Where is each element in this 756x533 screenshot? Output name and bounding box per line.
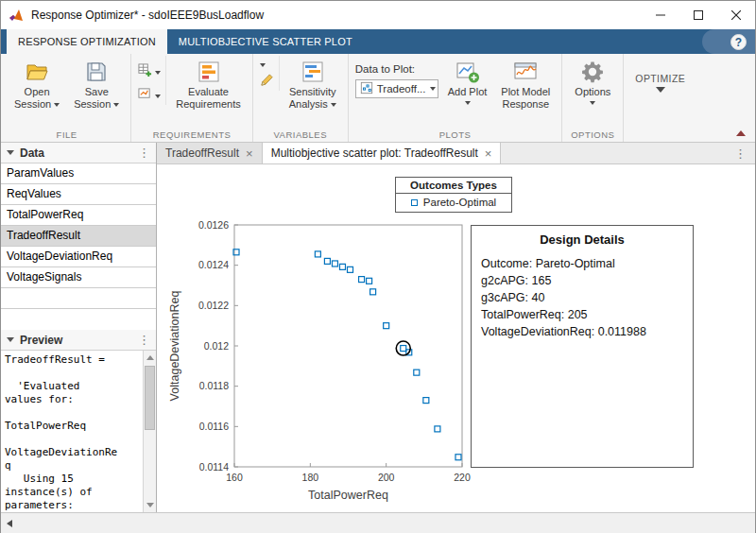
- collapse-triangle-icon[interactable]: [7, 150, 14, 155]
- chevron-down-icon: [155, 95, 161, 98]
- mini-plot-icon: [360, 81, 373, 96]
- ribbon-section-optimize: OPTIMIZE: [624, 54, 696, 142]
- section-label-requirements: REQUIREMENTS: [138, 128, 245, 142]
- design-detail-line: Outcome: Pareto-Optimal: [481, 255, 683, 272]
- data-list-item[interactable]: VoltageSignals: [1, 267, 156, 288]
- tab-bar-menu-icon[interactable]: ⋮: [734, 143, 755, 163]
- ribbon-section-file: OpenSession SaveSession FILE: [3, 54, 131, 142]
- variables-mini-buttons: [260, 56, 280, 91]
- section-label-plots: PLOTS: [355, 128, 556, 142]
- data-list-item[interactable]: ParamValues: [1, 163, 156, 184]
- variables-gallery-button[interactable]: [260, 63, 274, 67]
- table-add-icon: [138, 63, 152, 81]
- plot-model-response-icon: [513, 60, 538, 84]
- data-list-item[interactable]: VoltageDeviationReq: [1, 247, 156, 267]
- doc-tab-label: TradeoffResult: [165, 146, 239, 160]
- matlab-logo-icon: [9, 8, 24, 23]
- close-tab-icon[interactable]: ×: [485, 147, 492, 160]
- window-controls: [642, 1, 755, 29]
- svg-text:0.0114: 0.0114: [199, 461, 229, 473]
- svg-text:0.0118: 0.0118: [199, 380, 229, 391]
- preview-text: TradeoffResult = 'Evaluated values for: …: [1, 351, 156, 512]
- data-to-plot-dropdown[interactable]: Tradeoff...: [355, 79, 438, 98]
- scatter-plot-axes[interactable]: 1601802002200.01140.01160.01180.0120.012…: [166, 202, 484, 514]
- gear-icon: [580, 60, 605, 84]
- requirement-plot-button[interactable]: [138, 87, 161, 105]
- tab-response-optimization[interactable]: RESPONSE OPTIMIZATION: [7, 29, 167, 54]
- plot-model-response-button[interactable]: Plot ModelResponse: [496, 56, 555, 111]
- open-session-button[interactable]: OpenSession: [9, 56, 64, 111]
- data-to-plot-label: Data to Plot:: [355, 63, 438, 75]
- evaluate-requirements-button[interactable]: EvaluateRequirements: [171, 56, 245, 111]
- close-tab-icon[interactable]: ×: [246, 147, 253, 160]
- titlebar: Response Optimizer* - sdoIEEE9BusLoadflo…: [1, 1, 755, 29]
- doc-tab-label: Multiobjective scatter plot: TradeoffRes…: [271, 146, 478, 160]
- data-list-item[interactable]: TotalPowerReq: [1, 205, 156, 226]
- close-button[interactable]: [717, 1, 755, 29]
- design-details-panel: Design Details Outcome: Pareto-Optimalg2…: [471, 225, 694, 468]
- data-panel-menu-icon[interactable]: ⋮: [138, 146, 150, 160]
- options-button[interactable]: Options: [569, 56, 616, 105]
- maximize-button[interactable]: [679, 1, 717, 29]
- chevron-down-icon: [155, 71, 161, 75]
- scroll-down-icon[interactable]: [146, 503, 154, 507]
- edit-variables-button[interactable]: [260, 73, 274, 91]
- add-plot-button[interactable]: Add Plot: [443, 56, 492, 105]
- data-panel-header[interactable]: Data ⋮: [1, 143, 156, 163]
- svg-text:160: 160: [226, 472, 243, 483]
- help-button[interactable]: ?: [730, 34, 747, 50]
- optimize-button[interactable]: OPTIMIZE: [630, 56, 690, 93]
- evaluate-requirements-icon: [197, 60, 221, 84]
- svg-text:0.0122: 0.0122: [198, 300, 229, 311]
- optimize-label: OPTIMIZE: [635, 73, 685, 84]
- legend-title: Outcomes Types: [395, 177, 512, 194]
- doc-tab-scatter-plot[interactable]: Multiobjective scatter plot: TradeoffRes…: [263, 143, 502, 163]
- requirements-mini-buttons: [138, 56, 166, 105]
- chevron-down-icon: [113, 103, 119, 107]
- doc-tab-tradeoffresult[interactable]: TradeoffResult ×: [157, 143, 263, 163]
- section-label-file: FILE: [9, 128, 124, 142]
- data-list: ParamValuesReqValuesTotalPowerReqTradeof…: [1, 163, 156, 309]
- design-detail-line: TotalPowerReq: 205: [481, 306, 683, 323]
- browser-panel: Data ⋮ ParamValuesReqValuesTotalPowerReq…: [1, 143, 157, 512]
- plot-document: Outcomes Types Pareto-Optimal 1601802002…: [157, 164, 755, 512]
- chevron-down-icon: [590, 101, 595, 105]
- design-details-title: Design Details: [481, 232, 683, 247]
- collapse-ribbon-icon[interactable]: [736, 130, 746, 136]
- sensitivity-analysis-button[interactable]: SensitivityAnalysis: [284, 56, 341, 111]
- scroll-up-icon[interactable]: [146, 355, 154, 360]
- svg-text:220: 220: [454, 472, 471, 483]
- collapse-panel-icon[interactable]: [7, 520, 12, 527]
- new-requirement-button[interactable]: [138, 63, 161, 81]
- minimize-button[interactable]: [642, 1, 679, 29]
- data-list-item[interactable]: ReqValues: [1, 184, 156, 205]
- save-session-label: Save: [85, 86, 109, 98]
- chevron-down-icon: [656, 87, 665, 93]
- svg-text:VoltageDeviationReq: VoltageDeviationReq: [168, 291, 181, 402]
- preview-scrollbar[interactable]: [143, 351, 156, 512]
- sensitivity-analysis-icon: [301, 60, 325, 84]
- design-detail-line: g3cAPG: 40: [481, 289, 683, 306]
- svg-text:180: 180: [302, 472, 319, 483]
- save-icon: [84, 60, 109, 84]
- design-detail-line: g2cAPG: 165: [481, 272, 683, 289]
- design-details-lines: Outcome: Pareto-Optimalg2cAPG: 165g3cAPG…: [481, 255, 683, 340]
- open-folder-icon: [25, 60, 49, 84]
- preview-panel-header[interactable]: Preview ⋮: [1, 330, 156, 351]
- preview-panel-menu-icon[interactable]: ⋮: [138, 333, 150, 347]
- panel-spacer: [1, 309, 156, 330]
- open-session-label: Open: [25, 86, 50, 98]
- ribbon-section-plots: Data to Plot: Tradeoff... Add Plot Plot …: [349, 54, 563, 142]
- design-detail-line: VoltageDeviationReq: 0.011988: [481, 323, 683, 340]
- preview-panel-title: Preview: [20, 334, 62, 347]
- save-session-button[interactable]: SaveSession: [69, 56, 124, 111]
- section-label-variables: VARIABLES: [260, 128, 341, 142]
- collapse-triangle-icon[interactable]: [7, 337, 14, 342]
- data-list-item[interactable]: [1, 288, 156, 309]
- tab-multiobjective-scatter-plot[interactable]: MULTIOBJECTIVE SCATTER PLOT: [167, 29, 364, 54]
- chevron-down-icon: [260, 63, 266, 67]
- data-list-item[interactable]: TradeoffResult: [1, 226, 156, 247]
- data-panel-title: Data: [20, 146, 44, 160]
- mini-chart-icon: [138, 87, 152, 105]
- scrollbar-thumb[interactable]: [145, 366, 155, 430]
